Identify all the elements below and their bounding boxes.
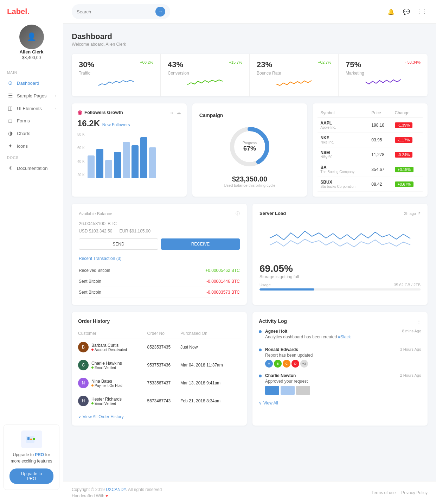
transactions-list: Received Bitcoin +0.00005462 BTC Sent Bi… (79, 265, 240, 298)
messages-icon[interactable]: 💬 (401, 6, 412, 17)
activity-header: Activity Log ⋮ (259, 318, 421, 324)
stocks-card: Symbol Price Change AAPL Apple Inc. 198.… (313, 103, 428, 197)
order-date: Mar 04, 2018 11:37am (180, 356, 241, 374)
sidebar-item-forms[interactable]: □ Forms (0, 115, 63, 127)
server-percentage: 69.05% (259, 263, 421, 274)
svg-rect-3 (33, 438, 35, 440)
sidebar: Label. 👤 Allen Clerk $3,400,00 MAIN ⊙ Da… (0, 0, 63, 504)
sidebar-item-icons[interactable]: ✦ Icons (0, 140, 63, 152)
logo: Label. (0, 7, 30, 16)
activity-avatar: C (283, 360, 290, 368)
nav-docs-label: DOCS (0, 156, 19, 160)
server-title: Server Load (259, 211, 286, 216)
stat-conversion-label: Conversion (168, 71, 242, 76)
activity-item: Ronald Edwards 3 Hours Ago Report has be… (259, 347, 421, 368)
search-bar: → (72, 4, 170, 19)
stat-marketing: 75% - 53.34% Marketing (339, 54, 428, 96)
cloud-icon[interactable]: ☁ (176, 110, 181, 115)
status-dot (91, 349, 94, 351)
server-chart-svg (259, 219, 421, 257)
campaign-amount: $23,350.00 (232, 175, 267, 183)
send-button[interactable]: SEND (79, 238, 158, 250)
search-button[interactable]: → (155, 7, 165, 17)
server-desc: Storage is getting full (259, 274, 421, 279)
activity-user-name: Charlie Newton (265, 373, 296, 378)
charts-row: ◉ Followers Growth ≈ ☁ 16.2K New Followe… (72, 103, 428, 197)
sidebar-item-sample-pages[interactable]: ☰ Sample Pages › (0, 89, 63, 102)
search-input[interactable] (77, 9, 153, 14)
order-history-card: Order History Customer Order No Purchase… (72, 312, 247, 426)
sample-pages-icon: ☰ (7, 92, 13, 99)
campaign-desc: Used balance this billing cycle (224, 183, 276, 187)
transactions-header: Recent Transaction (3) (79, 256, 240, 261)
signal-icon[interactable]: ≈ (171, 110, 173, 115)
server-time: 2h ago ↺ (404, 211, 421, 216)
refresh-icon[interactable]: ↺ (417, 211, 421, 216)
activity-avatars: ABCD+3 (265, 360, 421, 368)
tx-value: +0.00005462 BTC (205, 268, 240, 273)
notification-icon[interactable]: 🔔 (385, 6, 397, 17)
stock-change-badge: +0.67% (395, 181, 414, 187)
stock-change-badge: +0.15% (395, 167, 414, 172)
activity-indicator (259, 375, 262, 377)
icons-icon: ✦ (7, 143, 13, 149)
docs-icon: ✳ (7, 165, 13, 171)
activity-item: Charlie Newton 2 Hours Ago Approved your… (259, 373, 421, 395)
instagram-icon: ◉ (77, 109, 82, 116)
stock-symbol: AAPL (320, 121, 366, 126)
customer-status: Account Deactivated (91, 348, 127, 352)
stock-company: Starbucks Corporation (320, 185, 366, 189)
upgrade-to-pro-button[interactable]: Upgrade to PRO (9, 468, 53, 484)
sidebar-item-ui-elements[interactable]: ◫ UI Elements › (0, 102, 63, 115)
view-all-orders-button[interactable]: ∨ View All Order History (78, 414, 241, 419)
stat-conversion-value: 43% (168, 60, 183, 69)
order-row: B Barbara Curtis Account Deactivated 852… (78, 338, 241, 356)
sidebar-item-dashboard[interactable]: ⊙ Dashboard (0, 77, 63, 89)
copyright-text: Copyright © 2019 UXCANDY. All rights res… (72, 487, 162, 492)
activity-timestamp: 2 Hours Ago (400, 373, 421, 378)
receive-button[interactable]: RECEIVE (161, 238, 240, 250)
sidebar-item-charts[interactable]: ◑ Charts (0, 127, 63, 140)
grid-icon[interactable]: ⋮⋮ (416, 6, 428, 17)
col-order-no: Order No (147, 329, 180, 338)
col-price: Price (368, 108, 392, 118)
footer-left: Copyright © 2019 UXCANDY. All rights res… (72, 487, 162, 498)
sidebar-item-documentation[interactable]: ✳ Documentation (0, 162, 63, 174)
stock-symbol: BA (320, 165, 366, 170)
customer-avatar: N (78, 378, 89, 388)
activity-list: Agnes Holt 8 mins Ago Analytics dashboar… (259, 329, 421, 395)
view-all-activity-button[interactable]: ∨ View All (259, 401, 421, 406)
activity-menu-icon[interactable]: ⋮ (417, 319, 421, 324)
stock-company: The Boeing Company (320, 170, 366, 174)
followers-sub: New Followers (102, 122, 130, 127)
tx-value: -0.00003573 BTC (206, 290, 240, 295)
stat-marketing-change: - 53.34% (405, 60, 421, 64)
customer-name: Barbara Curtis (91, 343, 127, 348)
user-balance: $3,400,00 (22, 55, 41, 60)
tx-value: -0.00001446 BTC (206, 279, 240, 284)
stat-bounce-change: +02.7% (318, 60, 331, 64)
server-usage-row: Usage 35.62 GB / 2TB (259, 283, 421, 287)
privacy-link[interactable]: Privacy Policy (401, 490, 428, 495)
stock-company: Nifty 50 (320, 155, 366, 159)
wallet-currencies: USD $103,342.50 EUR $91,105.00 (79, 229, 240, 234)
status-dot (91, 384, 94, 387)
terms-link[interactable]: Terms of use (372, 490, 396, 495)
chevron-down-icon: ∨ (259, 401, 262, 406)
activity-thumb (265, 386, 279, 395)
server-chart (259, 219, 421, 257)
main-content: → 🔔 💬 ⋮⋮ Dashboard Welcome aboard, Allen… (63, 0, 436, 504)
order-date: Feb 21, 2018 8:34am (180, 392, 241, 410)
brand-link[interactable]: UXCANDY (106, 487, 126, 492)
stock-row: NKE Nike,Inc. 03.95 -1.17% (318, 133, 423, 147)
footer-links: Terms of use Privacy Policy (372, 490, 428, 495)
page-subtitle: Welcome aboard, Allen Clerk (72, 42, 428, 47)
chevron-right-icon: › (55, 107, 56, 110)
wallet-title: Available Balance ⓘ (79, 211, 240, 217)
activity-link[interactable]: #Slack (338, 334, 351, 339)
order-date: Mar 13, 2018 9:41am (180, 374, 241, 392)
handcrafted-text: Handcrafted With ♥ (72, 493, 162, 498)
stat-bounce-value: 23% (257, 60, 272, 69)
tx-label: Received Bitcoin (79, 268, 110, 273)
customer-name: Charlie Hawkins (91, 361, 122, 366)
